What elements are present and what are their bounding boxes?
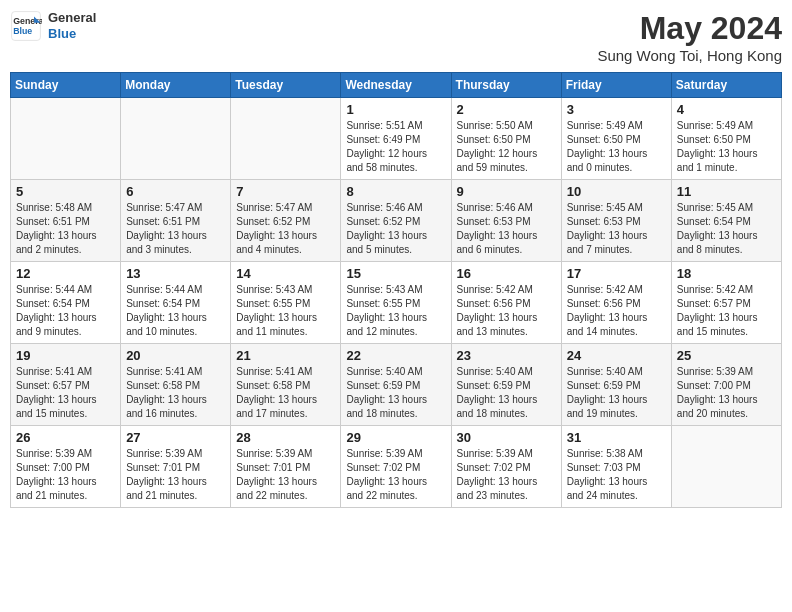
calendar-cell: 14Sunrise: 5:43 AM Sunset: 6:55 PM Dayli… [231,262,341,344]
day-number: 17 [567,266,666,281]
calendar-cell: 24Sunrise: 5:40 AM Sunset: 6:59 PM Dayli… [561,344,671,426]
weekday-header-monday: Monday [121,73,231,98]
cell-info: Sunrise: 5:43 AM Sunset: 6:55 PM Dayligh… [236,283,335,339]
day-number: 15 [346,266,445,281]
day-number: 29 [346,430,445,445]
svg-text:Blue: Blue [13,26,32,36]
calendar-cell: 30Sunrise: 5:39 AM Sunset: 7:02 PM Dayli… [451,426,561,508]
title-block: May 2024 Sung Wong Toi, Hong Kong [597,10,782,64]
day-number: 25 [677,348,776,363]
cell-info: Sunrise: 5:46 AM Sunset: 6:53 PM Dayligh… [457,201,556,257]
weekday-header-row: SundayMondayTuesdayWednesdayThursdayFrid… [11,73,782,98]
day-number: 9 [457,184,556,199]
cell-info: Sunrise: 5:42 AM Sunset: 6:56 PM Dayligh… [457,283,556,339]
calendar-cell: 1Sunrise: 5:51 AM Sunset: 6:49 PM Daylig… [341,98,451,180]
day-number: 23 [457,348,556,363]
calendar-cell: 25Sunrise: 5:39 AM Sunset: 7:00 PM Dayli… [671,344,781,426]
cell-info: Sunrise: 5:40 AM Sunset: 6:59 PM Dayligh… [346,365,445,421]
cell-info: Sunrise: 5:45 AM Sunset: 6:54 PM Dayligh… [677,201,776,257]
cell-info: Sunrise: 5:39 AM Sunset: 7:01 PM Dayligh… [126,447,225,503]
cell-info: Sunrise: 5:44 AM Sunset: 6:54 PM Dayligh… [16,283,115,339]
day-number: 6 [126,184,225,199]
week-row-4: 19Sunrise: 5:41 AM Sunset: 6:57 PM Dayli… [11,344,782,426]
calendar-cell: 18Sunrise: 5:42 AM Sunset: 6:57 PM Dayli… [671,262,781,344]
calendar-cell: 31Sunrise: 5:38 AM Sunset: 7:03 PM Dayli… [561,426,671,508]
day-number: 30 [457,430,556,445]
calendar-cell: 4Sunrise: 5:49 AM Sunset: 6:50 PM Daylig… [671,98,781,180]
cell-info: Sunrise: 5:41 AM Sunset: 6:58 PM Dayligh… [126,365,225,421]
cell-info: Sunrise: 5:39 AM Sunset: 7:02 PM Dayligh… [346,447,445,503]
calendar-cell: 6Sunrise: 5:47 AM Sunset: 6:51 PM Daylig… [121,180,231,262]
logo-icon: General Blue [10,10,42,42]
day-number: 21 [236,348,335,363]
cell-info: Sunrise: 5:44 AM Sunset: 6:54 PM Dayligh… [126,283,225,339]
cell-info: Sunrise: 5:41 AM Sunset: 6:58 PM Dayligh… [236,365,335,421]
day-number: 19 [16,348,115,363]
calendar-cell: 16Sunrise: 5:42 AM Sunset: 6:56 PM Dayli… [451,262,561,344]
logo-text: General Blue [48,10,96,41]
week-row-5: 26Sunrise: 5:39 AM Sunset: 7:00 PM Dayli… [11,426,782,508]
cell-info: Sunrise: 5:40 AM Sunset: 6:59 PM Dayligh… [457,365,556,421]
page-header: General Blue General Blue May 2024 Sung … [10,10,782,64]
calendar-cell: 3Sunrise: 5:49 AM Sunset: 6:50 PM Daylig… [561,98,671,180]
week-row-1: 1Sunrise: 5:51 AM Sunset: 6:49 PM Daylig… [11,98,782,180]
cell-info: Sunrise: 5:47 AM Sunset: 6:51 PM Dayligh… [126,201,225,257]
calendar-cell: 12Sunrise: 5:44 AM Sunset: 6:54 PM Dayli… [11,262,121,344]
day-number: 20 [126,348,225,363]
cell-info: Sunrise: 5:45 AM Sunset: 6:53 PM Dayligh… [567,201,666,257]
weekday-header-wednesday: Wednesday [341,73,451,98]
day-number: 31 [567,430,666,445]
day-number: 14 [236,266,335,281]
calendar-cell: 11Sunrise: 5:45 AM Sunset: 6:54 PM Dayli… [671,180,781,262]
weekday-header-saturday: Saturday [671,73,781,98]
calendar-cell: 28Sunrise: 5:39 AM Sunset: 7:01 PM Dayli… [231,426,341,508]
day-number: 4 [677,102,776,117]
cell-info: Sunrise: 5:39 AM Sunset: 7:02 PM Dayligh… [457,447,556,503]
calendar-cell: 22Sunrise: 5:40 AM Sunset: 6:59 PM Dayli… [341,344,451,426]
cell-info: Sunrise: 5:48 AM Sunset: 6:51 PM Dayligh… [16,201,115,257]
calendar-cell: 10Sunrise: 5:45 AM Sunset: 6:53 PM Dayli… [561,180,671,262]
calendar-cell: 17Sunrise: 5:42 AM Sunset: 6:56 PM Dayli… [561,262,671,344]
calendar-cell [671,426,781,508]
cell-info: Sunrise: 5:47 AM Sunset: 6:52 PM Dayligh… [236,201,335,257]
weekday-header-friday: Friday [561,73,671,98]
calendar-cell: 23Sunrise: 5:40 AM Sunset: 6:59 PM Dayli… [451,344,561,426]
cell-info: Sunrise: 5:49 AM Sunset: 6:50 PM Dayligh… [677,119,776,175]
week-row-3: 12Sunrise: 5:44 AM Sunset: 6:54 PM Dayli… [11,262,782,344]
cell-info: Sunrise: 5:42 AM Sunset: 6:56 PM Dayligh… [567,283,666,339]
day-number: 8 [346,184,445,199]
day-number: 13 [126,266,225,281]
day-number: 11 [677,184,776,199]
cell-info: Sunrise: 5:38 AM Sunset: 7:03 PM Dayligh… [567,447,666,503]
day-number: 3 [567,102,666,117]
day-number: 12 [16,266,115,281]
calendar-cell: 5Sunrise: 5:48 AM Sunset: 6:51 PM Daylig… [11,180,121,262]
calendar-cell [121,98,231,180]
day-number: 16 [457,266,556,281]
calendar-cell: 15Sunrise: 5:43 AM Sunset: 6:55 PM Dayli… [341,262,451,344]
week-row-2: 5Sunrise: 5:48 AM Sunset: 6:51 PM Daylig… [11,180,782,262]
cell-info: Sunrise: 5:41 AM Sunset: 6:57 PM Dayligh… [16,365,115,421]
day-number: 7 [236,184,335,199]
day-number: 18 [677,266,776,281]
day-number: 5 [16,184,115,199]
calendar-cell [231,98,341,180]
day-number: 22 [346,348,445,363]
calendar-cell: 19Sunrise: 5:41 AM Sunset: 6:57 PM Dayli… [11,344,121,426]
calendar-cell: 9Sunrise: 5:46 AM Sunset: 6:53 PM Daylig… [451,180,561,262]
calendar-cell: 27Sunrise: 5:39 AM Sunset: 7:01 PM Dayli… [121,426,231,508]
cell-info: Sunrise: 5:43 AM Sunset: 6:55 PM Dayligh… [346,283,445,339]
cell-info: Sunrise: 5:39 AM Sunset: 7:00 PM Dayligh… [677,365,776,421]
cell-info: Sunrise: 5:50 AM Sunset: 6:50 PM Dayligh… [457,119,556,175]
day-number: 2 [457,102,556,117]
day-number: 10 [567,184,666,199]
cell-info: Sunrise: 5:40 AM Sunset: 6:59 PM Dayligh… [567,365,666,421]
calendar-cell: 20Sunrise: 5:41 AM Sunset: 6:58 PM Dayli… [121,344,231,426]
location: Sung Wong Toi, Hong Kong [597,47,782,64]
cell-info: Sunrise: 5:42 AM Sunset: 6:57 PM Dayligh… [677,283,776,339]
calendar-cell: 13Sunrise: 5:44 AM Sunset: 6:54 PM Dayli… [121,262,231,344]
cell-info: Sunrise: 5:46 AM Sunset: 6:52 PM Dayligh… [346,201,445,257]
calendar-cell: 26Sunrise: 5:39 AM Sunset: 7:00 PM Dayli… [11,426,121,508]
calendar: SundayMondayTuesdayWednesdayThursdayFrid… [10,72,782,508]
day-number: 28 [236,430,335,445]
